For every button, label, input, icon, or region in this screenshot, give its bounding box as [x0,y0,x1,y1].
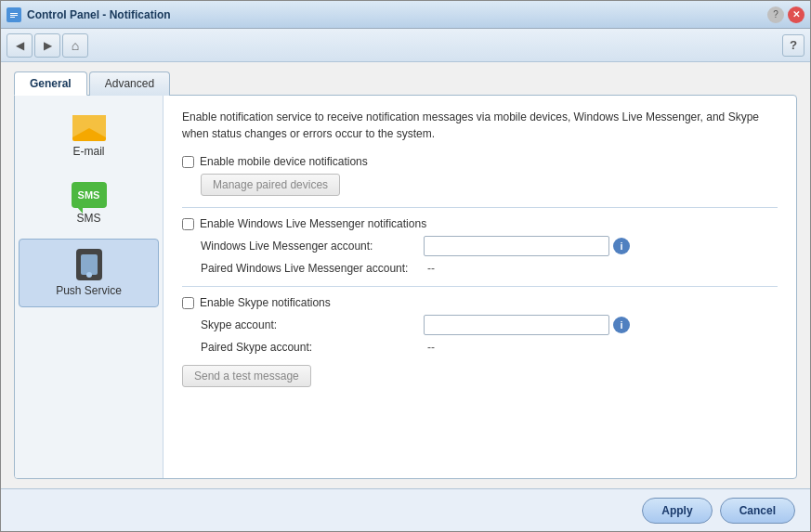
sidebar-item-email[interactable]: E-mail [19,105,159,168]
toolbar-help-button[interactable]: ? [782,34,804,57]
wlm-paired-row: Paired Windows Live Messenger account: -… [201,262,778,275]
skype-account-row: Skype account: i [201,315,778,335]
titlebar: Control Panel - Notification ? ✕ [1,1,810,29]
sidebar-item-sms[interactable]: SMS SMS [19,172,159,235]
sidebar-item-push[interactable]: Push Service [19,239,159,307]
cancel-button[interactable]: Cancel [720,498,795,524]
svg-rect-1 [10,13,18,14]
divider-2 [182,286,778,287]
mobile-sub-section: Manage paired devices [201,174,778,196]
sidebar-item-sms-label: SMS [76,212,100,225]
sms-icon: SMS [72,182,107,208]
wlm-checkbox[interactable] [182,218,194,230]
mobile-checkbox-label: Enable mobile device notifications [200,155,368,168]
skype-paired-label: Paired Skype account: [201,341,424,354]
skype-account-input[interactable] [424,315,609,335]
wlm-checkbox-label: Enable Windows Live Messenger notificati… [200,217,426,230]
wlm-checkbox-row: Enable Windows Live Messenger notificati… [182,217,778,230]
sidebar-item-email-label: E-mail [72,145,104,158]
tab-advanced[interactable]: Advanced [89,71,170,96]
wlm-sub-section: Windows Live Messenger account: i Paired… [201,236,778,275]
divider-1 [182,207,778,208]
settings-content: Enable notification service to receive n… [164,96,796,478]
manage-paired-devices-button[interactable]: Manage paired devices [201,174,340,196]
email-icon [72,115,106,141]
forward-button[interactable]: ▶ [34,33,60,58]
toolbar: ◀ ▶ ⌂ ? [1,29,810,62]
tab-general[interactable]: General [14,71,87,96]
wlm-account-row: Windows Live Messenger account: i [201,236,778,256]
wlm-paired-value: -- [427,262,435,275]
back-button[interactable]: ◀ [7,33,33,58]
push-icon [76,249,102,280]
titlebar-icon [7,7,21,22]
apply-button[interactable]: Apply [642,498,712,524]
send-test-message-button[interactable]: Send a test message [182,365,311,387]
titlebar-help-button[interactable]: ? [767,6,784,23]
titlebar-controls: ? ✕ [767,6,804,23]
intro-text: Enable notification service to receive n… [182,109,778,142]
skype-paired-value: -- [427,341,435,354]
skype-info-icon[interactable]: i [613,317,630,333]
tabs: General Advanced [14,71,797,96]
window-title: Control Panel - Notification [27,8,767,21]
sidebar-item-push-label: Push Service [56,284,122,297]
skype-checkbox[interactable] [182,297,194,309]
main-panel: E-mail SMS SMS Push Service Enable notif… [14,95,797,479]
wlm-paired-label: Paired Windows Live Messenger account: [201,262,424,275]
mobile-checkbox[interactable] [182,156,194,168]
skype-account-label: Skype account: [201,318,424,331]
skype-sub-section: Skype account: i Paired Skype account: -… [201,315,778,354]
test-section: Send a test message [182,365,778,387]
mobile-checkbox-row: Enable mobile device notifications [182,155,778,168]
skype-section: Enable Skype notifications Skype account… [182,296,778,354]
svg-rect-3 [10,17,15,18]
bottom-bar: Apply Cancel [1,488,810,531]
main-window: Control Panel - Notification ? ✕ ◀ ▶ ⌂ ?… [0,0,811,532]
sidebar: E-mail SMS SMS Push Service [15,96,164,478]
skype-checkbox-row: Enable Skype notifications [182,296,778,309]
wlm-account-input[interactable] [424,236,609,256]
wlm-info-icon[interactable]: i [613,238,630,254]
titlebar-close-button[interactable]: ✕ [788,6,804,23]
wlm-section: Enable Windows Live Messenger notificati… [182,217,778,275]
home-button[interactable]: ⌂ [62,33,88,58]
wlm-account-label: Windows Live Messenger account: [201,240,424,253]
content-area: General Advanced E-mail SMS SMS [1,62,810,488]
skype-paired-row: Paired Skype account: -- [201,341,778,354]
mobile-section: Enable mobile device notifications Manag… [182,155,778,196]
svg-rect-2 [10,15,18,16]
skype-checkbox-label: Enable Skype notifications [200,296,331,309]
